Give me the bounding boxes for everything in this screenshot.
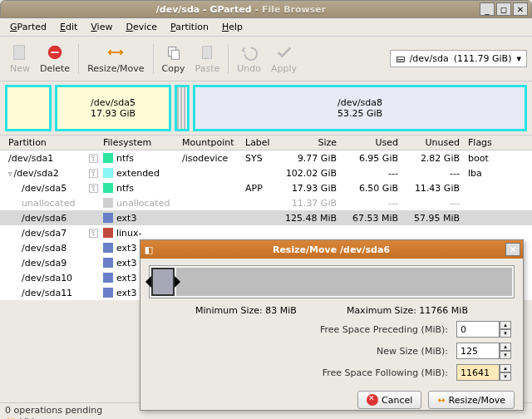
apply-button: Apply [266,42,302,76]
table-row[interactable]: ▿/dev/sda2⚿extended102.02 GiB------lba [0,165,532,180]
free-preceding-input[interactable]: ▴▾ [456,321,511,338]
undo-button: Undo [232,42,266,76]
table-header: Partition Filesystem Mountpoint Label Si… [0,136,532,150]
menu-gparted[interactable]: GParted [5,20,52,34]
free-preceding-label: Free Space Preceding (MiB): [320,324,448,335]
slider-handle[interactable] [151,268,175,296]
svg-rect-4 [171,50,179,59]
copy-button[interactable]: Copy [157,42,190,76]
svg-rect-2 [51,52,58,53]
window-title: /dev/sda - GParted [156,4,252,15]
dialog-close-button[interactable]: ✕ [505,243,520,256]
table-row[interactable]: unallocatedunallocated11.37 GiB------ [0,195,532,210]
col-filesystem[interactable]: Filesystem [103,137,182,148]
col-used[interactable]: Used [345,137,406,148]
resize-slider[interactable] [149,265,515,298]
menu-partition[interactable]: Partition [165,20,214,34]
free-following-label: Free Space Following (MiB): [323,367,448,378]
window-maximize-button[interactable]: ◻ [496,2,511,16]
menubar: GParted Edit View Device Partition Help [0,18,532,37]
device-size: (111.79 GiB) [454,53,512,64]
window-titlebar: /dev/sda - GParted - File Browser _ ◻ ✕ [0,0,532,18]
menu-view[interactable]: View [86,20,117,34]
free-following-input[interactable]: ▴▾ [456,364,511,381]
col-unused[interactable]: Unused [406,137,468,148]
dialog-icon: ◧ [140,244,157,255]
resize-button[interactable]: Resize/Move [82,42,149,76]
window-minimize-button[interactable]: _ [480,2,495,16]
new-button: New [5,42,35,76]
map-block-sda8[interactable]: /dev/sda8 53.25 GiB [193,85,527,131]
cancel-icon [367,394,378,406]
map-block-hatch[interactable] [175,85,190,131]
min-size-label: Minimum Size: 83 MiB [195,305,297,316]
svg-rect-0 [14,46,25,60]
disk-map[interactable]: /dev/sda5 17.93 GiB /dev/sda8 53.25 GiB [5,85,527,131]
svg-rect-5 [203,47,212,59]
delete-button[interactable]: Delete [35,42,75,76]
col-mountpoint[interactable]: Mountpoint [182,137,245,148]
toolbar: New Delete Resize/Move Copy Paste Undo A… [0,37,532,81]
col-partition[interactable]: Partition [5,137,88,148]
col-flags[interactable]: Flags [468,137,501,148]
menu-device[interactable]: Device [121,20,162,34]
col-label[interactable]: Label [245,137,280,148]
menu-help[interactable]: Help [217,20,248,34]
resize-move-button[interactable]: ↔Resize/Move [428,391,515,409]
dialog-title: Resize/Move /dev/sda6 [157,244,505,255]
new-size-input[interactable]: ▴▾ [456,343,511,359]
map-block[interactable] [5,85,52,131]
map-block-sda5[interactable]: /dev/sda5 17.93 GiB [55,85,171,131]
dialog-titlebar: ◧ Resize/Move /dev/sda6 ✕ [140,240,523,259]
chevron-down-icon: ▾ [516,53,521,64]
new-size-label: New Size (MiB): [377,346,448,357]
table-row[interactable]: /dev/sda6ext3125.48 MiB67.53 MiB57.95 Mi… [0,210,532,225]
resize-dialog: ◧ Resize/Move /dev/sda6 ✕ Minimum Size: … [140,239,524,411]
table-row[interactable]: /dev/sda5⚿ntfsAPP17.93 GiB6.50 GiB11.43 … [0,180,532,195]
resize-icon: ↔ [437,395,445,406]
table-row[interactable]: /dev/sda1⚿ntfs/isodeviceSYS9.77 GiB6.95 … [0,150,532,165]
disk-icon: 🖴 [396,53,405,64]
table-row[interactable]: /dev/sda7⚿linux- [0,225,532,240]
cancel-button[interactable]: Cancel [357,391,421,409]
device-selector[interactable]: 🖴 /dev/sda (111.79 GiB) ▾ [390,50,527,67]
menu-edit[interactable]: Edit [55,20,82,34]
device-name: /dev/sda [410,53,449,64]
window-close-button[interactable]: ✕ [513,2,528,16]
paste-button: Paste [190,42,225,76]
col-size[interactable]: Size [280,137,345,148]
max-size-label: Maximum Size: 11766 MiB [347,305,468,316]
